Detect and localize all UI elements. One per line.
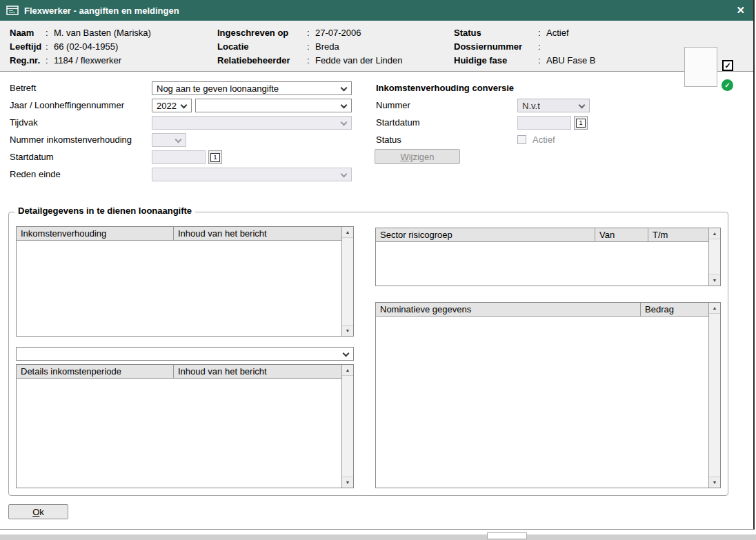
column-header-inhoud-bericht: Inhoud van het bericht [174, 227, 341, 240]
tijdvak-select [152, 116, 352, 130]
table-body[interactable] [376, 317, 708, 488]
table-header-row: Inkomstenverhouding Inhoud van het beric… [17, 227, 341, 241]
info-value: Breda [315, 40, 339, 54]
reden-einde-label: Reden einde [10, 168, 61, 181]
ok-accel: O [32, 507, 39, 517]
info-row: Locatie:Breda [217, 40, 452, 54]
vertical-scrollbar[interactable]: ▲ ▼ [341, 227, 353, 336]
jaar-label: Jaar / Loonheffingennummer [10, 99, 124, 112]
info-row: Reg.nr.:1184 / flexwerker [10, 54, 213, 68]
column-header-tm: T/m [648, 228, 708, 241]
conversie-nummer-value: N.v.t [522, 101, 540, 111]
column-header-nominatieve-gegevens: Nominatieve gegevens [376, 303, 641, 316]
scroll-down-icon[interactable]: ▼ [342, 325, 353, 336]
info-row: Huidige fase:ABU Fase B [454, 54, 682, 68]
table-header-row: Sector risicogroep Van T/m [376, 228, 708, 242]
info-column-1: Naam:M. van Basten (Mariska) Leeftijd:66… [10, 26, 213, 68]
conversie-startdatum-input[interactable] [517, 116, 571, 130]
reden-einde-select [152, 168, 352, 181]
sector-risicogroep-table[interactable]: Sector risicogroep Van T/m ▲ ▼ [375, 228, 721, 286]
chevron-down-icon [343, 350, 350, 357]
vertical-scrollbar[interactable]: ▲ ▼ [341, 365, 353, 488]
background-scrollbar-thumb[interactable] [487, 532, 527, 539]
status-ok-icon: ✓ [722, 79, 733, 91]
chevron-down-icon [175, 137, 182, 143]
conversie-section-title: Inkomstenverhouding conversie [376, 81, 514, 95]
nummer-inkomstenverhouding-select [152, 133, 186, 147]
chevron-down-icon [181, 102, 188, 109]
info-row: Naam:M. van Basten (Mariska) [10, 26, 213, 40]
table-body[interactable] [17, 241, 341, 336]
startdatum-label: Startdatum [10, 150, 54, 164]
info-label: Dossiernummer [454, 40, 538, 54]
nominatieve-gegevens-table[interactable]: Nominatieve gegevens Bedrag ▲ ▼ [375, 302, 721, 488]
info-row: Status:Actief [454, 26, 682, 40]
table-header-row: Nominatieve gegevens Bedrag [376, 303, 708, 317]
conversie-nummer-select[interactable]: N.v.t [517, 99, 590, 112]
vertical-scrollbar[interactable]: ▲ ▼ [708, 228, 720, 286]
column-header-inkomstenverhouding: Inkomstenverhouding [17, 227, 174, 240]
conversie-startdatum-calendar-button[interactable]: 1 [574, 116, 588, 130]
table-header-row: Details inkomstenperiode Inhoud van het … [17, 365, 341, 379]
chevron-down-icon [341, 171, 348, 178]
info-label: Leeftijd [10, 40, 46, 54]
background-scrollbar-track [0, 534, 756, 540]
wijzigen-accel: W [400, 152, 408, 162]
jaar-select[interactable]: 2022 [152, 99, 192, 112]
detailgegevens-groupbox: Detailgegevens in te dienen loonaangifte… [8, 212, 728, 496]
info-column-2: Ingeschreven op:27-07-2006 Locatie:Breda… [217, 26, 452, 68]
ok-button[interactable]: Ok [8, 504, 68, 519]
column-header-sector-risicogroep: Sector risicogroep [376, 228, 595, 241]
table-body[interactable] [17, 379, 341, 488]
conversie-nummer-label: Nummer [376, 99, 410, 112]
wijzigen-button[interactable]: Wijzigen [375, 149, 460, 164]
actief-checkbox[interactable] [517, 135, 526, 144]
header-checkbox[interactable]: ✓ [722, 60, 733, 71]
chevron-down-icon [341, 85, 348, 92]
chevron-down-icon [579, 102, 586, 109]
jaar-value: 2022 [157, 101, 177, 111]
conversie-status-label: Status [376, 133, 401, 147]
groupbox-title: Detailgegevens in te dienen loonaangifte [14, 206, 195, 216]
scroll-down-icon[interactable]: ▼ [709, 274, 720, 286]
info-row: Ingeschreven op:27-07-2006 [217, 26, 452, 40]
scroll-down-icon[interactable]: ▼ [709, 477, 720, 488]
info-label: Huidige fase [454, 54, 538, 68]
screen: Flexwerker - aangiften en meldingen ✕ Na… [0, 0, 756, 540]
chevron-down-icon [341, 119, 348, 126]
vertical-scrollbar[interactable]: ▲ ▼ [708, 303, 720, 488]
inkomstenverhouding-table[interactable]: Inkomstenverhouding Inhoud van het beric… [16, 226, 354, 337]
table-body[interactable] [376, 242, 708, 286]
startdatum-calendar-button[interactable]: 1 [208, 150, 222, 164]
scroll-up-icon[interactable]: ▲ [342, 227, 353, 238]
details-inkomstenperiode-table[interactable]: Details inkomstenperiode Inhoud van het … [16, 364, 354, 488]
info-value: Fedde van der Linden [315, 54, 402, 68]
loonheffingennummer-select[interactable] [195, 99, 352, 112]
info-label: Locatie [217, 40, 307, 54]
ok-rest: k [39, 507, 44, 517]
scroll-up-icon[interactable]: ▲ [709, 303, 720, 314]
column-header-details-inkomstenperiode: Details inkomstenperiode [17, 365, 174, 378]
startdatum-input[interactable] [152, 150, 206, 164]
info-value: ABU Fase B [546, 54, 596, 68]
periode-select[interactable] [16, 347, 354, 361]
info-value: Actief [546, 26, 569, 40]
wijzigen-rest: ijzigen [409, 152, 435, 162]
info-value: 66 (02-04-1955) [54, 40, 118, 54]
info-row: Dossiernummer: [454, 40, 682, 54]
scroll-down-icon[interactable]: ▼ [342, 477, 353, 488]
betreft-value: Nog aan te geven loonaangifte [157, 83, 279, 94]
column-header-bedrag: Bedrag [641, 303, 708, 316]
window-icon [6, 6, 19, 15]
betreft-select[interactable]: Nog aan te geven loonaangifte [152, 81, 352, 95]
scroll-up-icon[interactable]: ▲ [709, 228, 720, 239]
actief-checkbox-label: Actief [533, 133, 555, 147]
nummer-inkomstenverhouding-label: Nummer inkomstenverhouding [10, 133, 132, 147]
column-header-inhoud-bericht: Inhoud van het bericht [174, 365, 341, 378]
info-value: 27-07-2006 [315, 26, 361, 40]
info-column-3: Status:Actief Dossiernummer: Huidige fas… [454, 26, 682, 68]
scroll-up-icon[interactable]: ▲ [342, 365, 353, 376]
conversie-startdatum-label: Startdatum [376, 116, 420, 130]
titlebar[interactable]: Flexwerker - aangiften en meldingen ✕ [0, 0, 753, 21]
close-button[interactable]: ✕ [736, 0, 745, 21]
